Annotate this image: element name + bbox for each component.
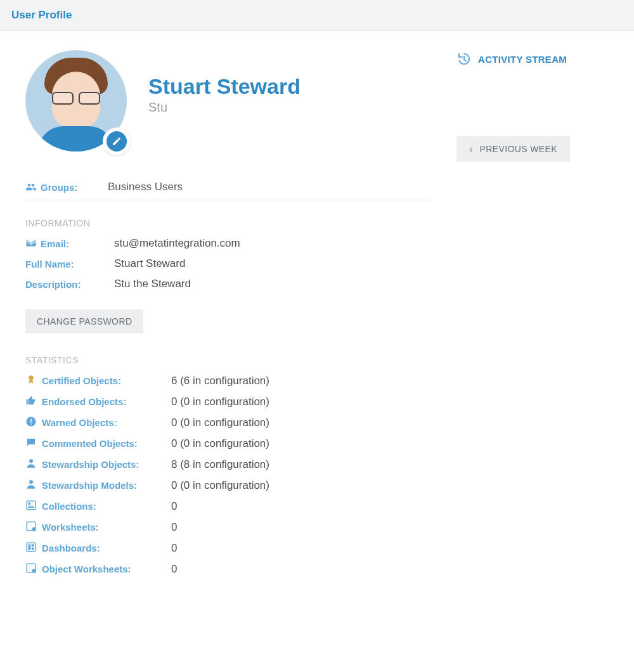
stat-value: 8 (8 in configuration) [171, 458, 269, 471]
comment-icon [25, 437, 42, 450]
svg-rect-7 [29, 503, 31, 505]
email-icon [25, 238, 37, 249]
previous-week-button[interactable]: ‹ PREVIOUS WEEK [456, 136, 570, 162]
stat-row: Dashboards:0 [25, 541, 431, 555]
statistics-heading: STATISTICS [25, 355, 431, 365]
stat-label: Object Worksheets: [42, 564, 131, 574]
display-name: Stuart Steward [148, 74, 301, 99]
svg-point-0 [29, 375, 34, 380]
avatar [25, 50, 133, 158]
page-header: User Profile [0, 0, 634, 31]
previous-week-label: PREVIOUS WEEK [479, 144, 557, 154]
fullname-label: Full Name: [25, 259, 74, 269]
svg-rect-2 [30, 419, 32, 423]
stat-label: Worksheets: [42, 522, 99, 533]
nickname: Stu [148, 100, 301, 115]
description-value: Stu the Steward [114, 278, 191, 290]
svg-rect-9 [29, 507, 34, 508]
stat-value: 0 (0 in configuration) [171, 396, 269, 408]
stat-value: 0 [171, 521, 177, 534]
svg-point-5 [29, 480, 33, 484]
edit-avatar-button[interactable] [103, 127, 131, 155]
dashboard-icon [25, 541, 42, 555]
stat-value: 0 (0 in configuration) [171, 437, 269, 450]
ribbon-icon [25, 374, 42, 387]
stat-value: 0 [171, 563, 177, 576]
svg-point-18 [32, 569, 36, 573]
page-title: User Profile [11, 9, 72, 21]
stat-label: Certified Objects: [42, 375, 121, 386]
stat-row: Endorsed Objects:0 (0 in configuration) [25, 395, 431, 408]
svg-rect-13 [27, 543, 36, 552]
stat-row: Commented Objects:0 (0 in configuration) [25, 437, 431, 450]
stat-row: Object Worksheets:0 [25, 562, 431, 576]
collection-icon [25, 500, 42, 513]
stat-value: 0 [171, 542, 177, 555]
svg-rect-3 [30, 423, 32, 425]
svg-rect-15 [32, 545, 34, 547]
person-icon [25, 479, 42, 492]
stat-row: Stewardship Objects:8 (8 in configuratio… [25, 458, 431, 471]
svg-rect-8 [29, 506, 34, 507]
fullname-value: Stuart Steward [114, 257, 185, 270]
stat-label: Dashboards: [42, 543, 100, 553]
change-password-button[interactable]: CHANGE PASSWORD [25, 309, 143, 333]
information-heading: INFORMATION [25, 218, 431, 228]
svg-rect-16 [32, 548, 34, 550]
groups-icon [25, 181, 37, 193]
stat-row: Worksheets:0 [25, 520, 431, 534]
groups-value: Business Users [108, 181, 183, 193]
email-value: stu@metatintegration.com [114, 237, 240, 250]
edit-icon [112, 136, 122, 146]
stat-label: Warned Objects: [42, 417, 117, 428]
stat-label: Collections: [42, 501, 96, 512]
person-icon [25, 458, 42, 471]
stat-row: Stewardship Models:0 (0 in configuration… [25, 479, 431, 492]
stat-row: Certified Objects:6 (6 in configuration) [25, 374, 431, 387]
stat-label: Stewardship Models: [42, 480, 137, 491]
thumb-up-icon [25, 395, 42, 408]
stat-row: Warned Objects:0 (0 in configuration) [25, 416, 431, 429]
warning-icon [25, 416, 42, 429]
stat-value: 6 (6 in configuration) [171, 375, 269, 387]
svg-rect-6 [27, 501, 36, 510]
worksheet-icon [25, 562, 42, 576]
groups-label: Groups: [41, 182, 77, 193]
svg-point-4 [29, 459, 33, 463]
email-label: Email: [41, 238, 69, 249]
worksheet-icon [25, 520, 42, 534]
svg-rect-14 [29, 545, 31, 550]
svg-point-11 [32, 527, 36, 531]
stat-label: Endorsed Objects: [42, 396, 126, 407]
stat-label: Stewardship Objects: [42, 459, 139, 470]
description-label: Description: [25, 279, 81, 290]
activity-stream-link[interactable]: ACTIVITY STREAM [456, 51, 609, 67]
stat-label: Commented Objects: [42, 438, 138, 449]
activity-stream-label: ACTIVITY STREAM [478, 54, 567, 65]
stat-value: 0 [171, 500, 177, 513]
stat-row: Collections:0 [25, 500, 431, 513]
stat-value: 0 (0 in configuration) [171, 479, 269, 492]
groups-row: Groups: Business Users [25, 181, 431, 200]
profile-header: Stuart Steward Stu [25, 50, 431, 158]
stat-value: 0 (0 in configuration) [171, 417, 269, 429]
chevron-left-icon: ‹ [469, 143, 473, 155]
history-icon [456, 51, 472, 67]
